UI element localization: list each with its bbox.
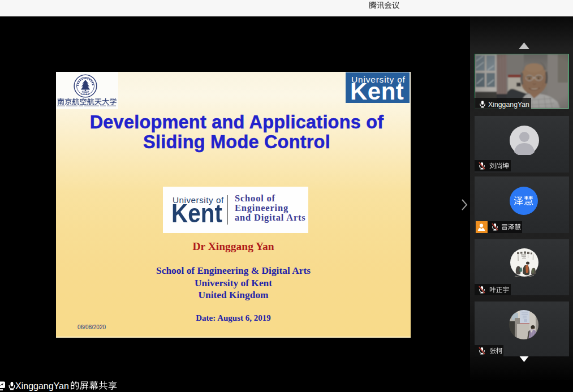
svg-text:NUAA: NUAA [81,93,91,95]
